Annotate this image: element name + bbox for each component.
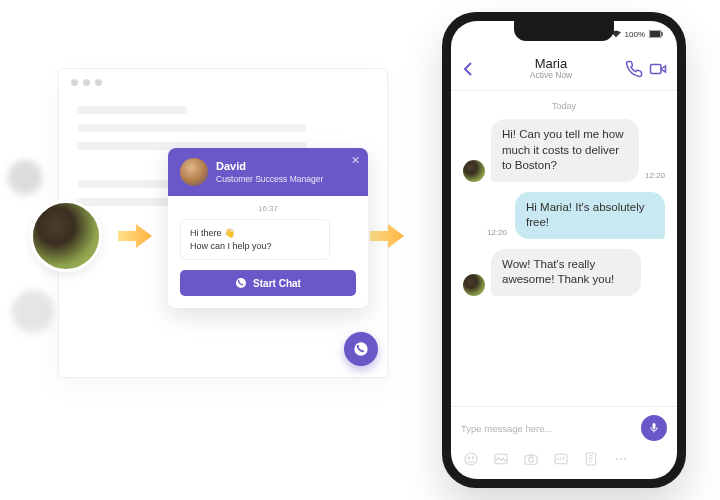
contact-name: Maria bbox=[483, 57, 619, 71]
svg-point-12 bbox=[616, 458, 618, 460]
greeting-bubble: Hi there 👋 How can I help you? bbox=[180, 219, 330, 260]
message-row-incoming: Wow! That's really awesome! Thank you! bbox=[463, 249, 665, 296]
svg-rect-2 bbox=[662, 32, 663, 36]
svg-rect-10 bbox=[555, 454, 567, 463]
chat-body: Today Hi! Can you tell me how much it co… bbox=[451, 91, 677, 406]
battery-percentage: 100% bbox=[625, 30, 645, 39]
message-row-incoming: Hi! Can you tell me how much it costs to… bbox=[463, 119, 665, 182]
svg-point-9 bbox=[529, 457, 534, 462]
day-label: Today bbox=[463, 101, 665, 111]
attachment-icon[interactable] bbox=[583, 451, 599, 467]
agent-avatar bbox=[180, 158, 208, 186]
message-time: 12:20 bbox=[645, 171, 665, 180]
greeting-line: Hi there 👋 bbox=[190, 227, 320, 240]
voice-button[interactable] bbox=[641, 415, 667, 441]
agent-name: David bbox=[216, 160, 323, 174]
toolbar bbox=[451, 451, 677, 479]
customer-avatar bbox=[30, 200, 102, 272]
video-call-icon[interactable] bbox=[649, 60, 667, 78]
message-row-outgoing: 12:20 Hi Maria! It's absolutely free! bbox=[463, 192, 665, 239]
message-bubble: Wow! That's really awesome! Thank you! bbox=[491, 249, 641, 296]
sticker-icon[interactable] bbox=[463, 451, 479, 467]
start-chat-label: Start Chat bbox=[253, 278, 301, 289]
close-icon[interactable]: ✕ bbox=[351, 154, 360, 167]
message-bubble: Hi! Can you tell me how much it costs to… bbox=[491, 119, 639, 182]
phone-icon bbox=[235, 277, 247, 289]
svg-point-5 bbox=[468, 457, 469, 458]
message-time: 12:20 bbox=[487, 228, 507, 237]
contact-status: Active Now bbox=[483, 71, 619, 80]
message-input-bar: Type message here... bbox=[451, 406, 677, 451]
microphone-icon bbox=[648, 422, 660, 434]
window-traffic-lights bbox=[59, 69, 387, 96]
battery-icon bbox=[649, 30, 663, 38]
chat-widget-header: ✕ David Customer Success Manager bbox=[168, 148, 368, 196]
phone-notch bbox=[514, 21, 614, 41]
camera-icon[interactable] bbox=[523, 451, 539, 467]
svg-point-13 bbox=[620, 458, 622, 460]
gallery-icon[interactable] bbox=[493, 451, 509, 467]
start-chat-button[interactable]: Start Chat bbox=[180, 270, 356, 296]
svg-point-6 bbox=[472, 457, 473, 458]
greeting-line: How can I help you? bbox=[190, 240, 320, 253]
arrow-icon bbox=[370, 222, 406, 250]
call-icon[interactable] bbox=[625, 60, 643, 78]
svg-point-14 bbox=[624, 458, 626, 460]
svg-rect-3 bbox=[651, 64, 662, 73]
agent-role: Customer Success Manager bbox=[216, 174, 323, 185]
chat-header: Maria Active Now bbox=[451, 47, 677, 91]
arrow-icon bbox=[118, 222, 154, 250]
message-timestamp: 16:37 bbox=[180, 204, 356, 213]
message-input[interactable]: Type message here... bbox=[461, 419, 633, 438]
svg-rect-1 bbox=[650, 31, 660, 37]
back-icon[interactable] bbox=[461, 61, 477, 77]
customer-avatar bbox=[463, 160, 485, 182]
chat-fab-button[interactable] bbox=[344, 332, 378, 366]
customer-avatar bbox=[463, 274, 485, 296]
svg-rect-11 bbox=[586, 453, 595, 465]
gif-icon[interactable] bbox=[553, 451, 569, 467]
more-icon[interactable] bbox=[613, 451, 629, 467]
svg-point-4 bbox=[465, 453, 477, 465]
phone-icon bbox=[353, 341, 369, 357]
avatar-blurred bbox=[12, 290, 54, 332]
phone-mock: 100% Maria Active Now Today Hi! Can you … bbox=[442, 12, 686, 488]
chat-widget: ✕ David Customer Success Manager 16:37 H… bbox=[168, 148, 368, 308]
message-bubble: Hi Maria! It's absolutely free! bbox=[515, 192, 665, 239]
avatar-blurred bbox=[8, 160, 42, 194]
